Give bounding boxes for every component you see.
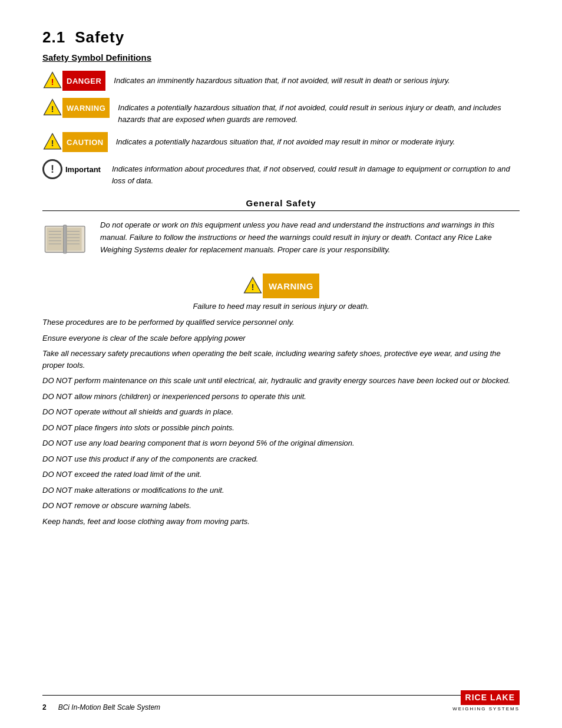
important-badge: ! Important	[42, 159, 104, 179]
safety-item-0: These procedures are to be performed by …	[42, 317, 520, 328]
important-description: Indicates information about procedures t…	[112, 159, 520, 186]
caution-label: CAUTION	[62, 132, 108, 152]
safety-item-2: Take all necessary safety precautions wh…	[42, 348, 520, 371]
rice-lake-logo: RICE LAKE WEIGHING SYSTEMS	[452, 690, 520, 711]
safety-item-1: Ensure everyone is clear of the scale be…	[42, 332, 520, 344]
safety-item-11: DO NOT remove or obscure warning labels.	[42, 500, 520, 512]
safety-item-9: DO NOT exceed the rated load limit of th…	[42, 469, 520, 480]
symbol-definitions: ! DANGER Indicates an imminently hazardo…	[42, 71, 520, 186]
important-label: Important	[62, 159, 104, 179]
general-safety-intro: Do not operate or work on this equipment…	[100, 219, 520, 263]
safety-item-6: DO NOT place fingers into slots or possi…	[42, 422, 520, 434]
warning-caption: Failure to heed may result in serious in…	[193, 302, 369, 311]
subsection-title: Safety Symbol Definitions	[42, 52, 520, 62]
safety-item-12: Keep hands, feet and loose clothing away…	[42, 516, 520, 528]
book-icon	[42, 220, 90, 263]
footer-document-title: BCi In-Motion Belt Scale System	[58, 703, 160, 711]
warning-triangle: !	[42, 98, 62, 118]
symbol-row-important: ! Important Indicates information about …	[42, 159, 520, 186]
danger-badge: ! DANGER	[42, 71, 105, 91]
svg-text:!: !	[51, 138, 54, 148]
footer: 2 BCi In-Motion Belt Scale System RICE L…	[42, 690, 520, 711]
section-title: 2.1Safety	[42, 28, 520, 47]
warning-description: Indicates a potentially hazardous situat…	[118, 98, 520, 125]
svg-text:!: !	[51, 77, 54, 87]
safety-list: These procedures are to be performed by …	[42, 317, 520, 527]
safety-item-5: DO NOT operate without all shields and g…	[42, 406, 520, 418]
safety-item-8: DO NOT use this product if any of the co…	[42, 453, 520, 465]
svg-rect-20	[64, 225, 67, 253]
section-name: Safety	[75, 28, 124, 46]
safety-item-4: DO NOT allow minors (children) or inexpe…	[42, 391, 520, 403]
footer-page-number: 2	[42, 703, 47, 711]
general-safety-title: General Safety	[42, 198, 520, 208]
warning-centered-block: ! WARNING Failure to heed may result in …	[42, 274, 520, 311]
symbol-row-danger: ! DANGER Indicates an imminently hazardo…	[42, 71, 520, 91]
danger-label: DANGER	[62, 71, 105, 91]
warning-large-triangle: !	[243, 276, 263, 296]
caution-triangle: !	[42, 132, 62, 152]
footer-left: 2 BCi In-Motion Belt Scale System	[42, 703, 160, 711]
caution-description: Indicates a potentially hazardous situat…	[116, 132, 455, 148]
symbol-row-warning: ! WARNING Indicates a potentially hazard…	[42, 98, 520, 125]
divider	[42, 210, 520, 211]
caution-badge: ! CAUTION	[42, 132, 108, 152]
danger-triangle: !	[42, 71, 62, 91]
danger-description: Indicates an imminently hazardous situat…	[114, 71, 450, 87]
warning-label: WARNING	[62, 98, 110, 118]
warning-badge: ! WARNING	[42, 98, 110, 118]
warning-large-label: WARNING	[263, 274, 319, 298]
page: 2.1Safety Safety Symbol Definitions ! DA…	[0, 0, 562, 728]
rice-lake-brand: RICE LAKE	[461, 690, 520, 705]
safety-item-7: DO NOT use any load bearing component th…	[42, 437, 520, 449]
safety-item-10: DO NOT make alterations or modifications…	[42, 485, 520, 496]
section-number: 2.1	[42, 28, 65, 46]
svg-text:!: !	[51, 104, 54, 114]
safety-item-3: DO NOT perform maintenance on this scale…	[42, 375, 520, 387]
svg-text:!: !	[251, 282, 254, 292]
symbol-row-caution: ! CAUTION Indicates a potentially hazard…	[42, 132, 520, 152]
rice-lake-subtitle: WEIGHING SYSTEMS	[452, 706, 520, 711]
warning-badge-large: ! WARNING	[243, 274, 319, 298]
general-safety-content: Do not operate or work on this equipment…	[42, 219, 520, 263]
important-circle: !	[42, 159, 62, 179]
